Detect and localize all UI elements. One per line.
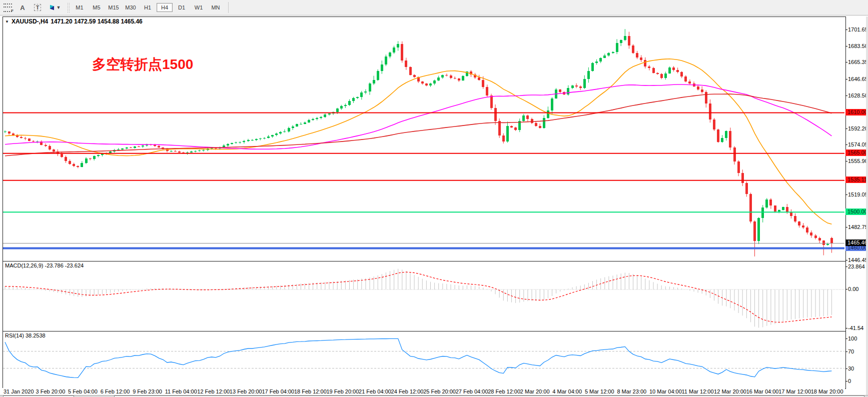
price-tick-mark xyxy=(845,227,847,228)
candlestick-chart[interactable] xyxy=(3,17,844,260)
time-axis-label: 2 Mar 20:00 xyxy=(520,388,550,394)
time-axis-label: 5 Feb 04:00 xyxy=(68,388,98,394)
price-tick-mark xyxy=(845,260,847,260)
macd-indicator-pane[interactable]: MACD(12,26,9) -23.786 -23.624 xyxy=(3,261,846,332)
chart-text-annotation[interactable]: 多空转折点1500 xyxy=(92,55,193,74)
time-axis-label: 18 Mar 20:00 xyxy=(811,388,843,394)
rsi-tick-label: 70 xyxy=(848,348,854,354)
chart-collapse-icon[interactable]: ▼ xyxy=(5,20,9,24)
rsi-tick-mark xyxy=(845,381,847,382)
text-box-tool-icon[interactable]: T xyxy=(31,2,44,13)
timeframe-button-w1[interactable]: W1 xyxy=(191,3,207,12)
timeframe-button-d1[interactable]: D1 xyxy=(174,3,190,12)
macd-label: MACD(12,26,9) -23.786 -23.624 xyxy=(5,262,84,268)
hline-price-flag[interactable]: 1535.11 xyxy=(845,176,868,183)
timeframe-button-m1[interactable]: M1 xyxy=(72,3,88,12)
fib-f-glyph: F xyxy=(11,8,14,13)
time-axis-label: 24 Feb 12:00 xyxy=(391,388,424,394)
time-axis-label: 11 Mar 12:00 xyxy=(682,388,714,394)
symbol-period-label: XAUUSD-,H4 xyxy=(12,18,48,25)
rsi-label: RSI(14) 38.2538 xyxy=(5,332,46,338)
price-tick-mark xyxy=(845,30,847,30)
time-axis-label: 17 Feb 04:00 xyxy=(262,388,294,394)
time-axis-label: 12 Feb 12:00 xyxy=(197,388,230,394)
price-tick-label: 1701.65 xyxy=(848,26,868,32)
toolbar: F A T ▼ M1M5M15M30H1H4D1W1MN xyxy=(0,0,868,16)
rsi-tick-label: 100 xyxy=(848,336,857,342)
text-label-tool-icon[interactable]: A xyxy=(16,2,29,13)
mt4-terminal: F A T ▼ M1M5M15M30H1H4D1W1MN ▼ XAUUSD-,H… xyxy=(0,0,868,397)
price-tick-mark xyxy=(845,161,847,162)
rsi-tick-mark xyxy=(845,368,847,369)
time-axis-label: 21 Feb 04:00 xyxy=(359,388,391,394)
timeframe-button-m5[interactable]: M5 xyxy=(89,3,105,12)
time-axis-label: 5 Mar 12:00 xyxy=(585,388,614,394)
time-axis-label: 31 Jan 2020 xyxy=(4,388,34,394)
time-axis[interactable]: 31 Jan 20203 Feb 20:005 Feb 04:006 Feb 1… xyxy=(3,388,845,394)
macd-tick-label: 23.864 xyxy=(848,264,865,270)
value-axis[interactable]: 1701.651683.501665.351646.651628.501592.… xyxy=(845,16,868,388)
right-edge-strip xyxy=(866,16,868,395)
price-tick-mark xyxy=(845,96,847,96)
macd-tick-mark xyxy=(845,328,847,328)
price-tick-label: 1574.05 xyxy=(848,142,868,148)
time-axis-label: 17 Mar 12:00 xyxy=(778,388,811,394)
hline-price-flag[interactable]: 1565.00 xyxy=(845,150,868,156)
timeframe-button-m30[interactable]: M30 xyxy=(123,3,139,12)
time-axis-label: 6 Feb 12:00 xyxy=(101,388,130,394)
ohlc-readout: 1471.20 1472.59 1454.88 1465.46 xyxy=(51,18,143,25)
time-axis-label: 19 Feb 20:00 xyxy=(327,388,359,394)
timeframe-button-m15[interactable]: M15 xyxy=(106,3,122,12)
toolbar-drag-handle[interactable] xyxy=(67,2,70,12)
timeframe-button-mn[interactable]: MN xyxy=(208,3,224,12)
hline-price-flag[interactable]: 1500.00 xyxy=(845,208,868,215)
macd-tick-label: 0.00 xyxy=(848,286,858,292)
time-axis-label: 16 Mar 04:00 xyxy=(746,388,779,394)
price-chart-pane[interactable]: ▼ XAUUSD-,H4 1471.20 1472.59 1454.88 146… xyxy=(3,16,846,262)
price-tick-label: 1646.65 xyxy=(848,76,868,82)
timeframe-button-h4[interactable]: H4 xyxy=(157,3,173,12)
hline-price-flag[interactable]: 1610.00 xyxy=(845,109,868,116)
price-tick-mark xyxy=(845,46,847,46)
price-tick-label: 1482.75 xyxy=(848,224,868,230)
price-tick-mark xyxy=(845,128,847,129)
macd-chart[interactable] xyxy=(3,262,844,330)
time-axis-label: 25 Feb 20:00 xyxy=(423,388,456,394)
price-tick-mark xyxy=(845,79,847,80)
macd-tick-label: -41.54 xyxy=(848,325,863,331)
rsi-tick-mark xyxy=(845,338,847,339)
time-axis-label: 4 Mar 04:00 xyxy=(552,388,582,394)
time-axis-label: 11 Feb 04:00 xyxy=(165,388,197,394)
price-tick-label: 1446.45 xyxy=(848,257,868,263)
price-tick-label: 1665.35 xyxy=(848,59,868,65)
time-axis-label: 9 Feb 23:00 xyxy=(133,388,162,394)
price-tick-label: 1555.90 xyxy=(848,158,868,164)
price-tick-label: 1519.05 xyxy=(848,192,868,198)
fib-lines-glyph xyxy=(4,4,12,12)
chevron-down-icon: ▼ xyxy=(57,5,61,10)
macd-tick-mark xyxy=(845,266,847,267)
fibonacci-tool-icon[interactable]: F xyxy=(1,2,14,13)
time-axis-label: 10 Mar 04:00 xyxy=(649,388,682,394)
arrows-glyph xyxy=(49,4,56,11)
price-tick-label: 1592.20 xyxy=(848,126,868,132)
rsi-tick-label: 0 xyxy=(848,378,851,384)
time-axis-label: 18 Feb 12:00 xyxy=(294,388,327,394)
rsi-chart[interactable] xyxy=(3,332,844,388)
timeframe-button-h1[interactable]: H1 xyxy=(140,3,156,12)
current-price-flag: 1465.46 xyxy=(845,240,868,246)
price-tick-label: 1628.50 xyxy=(848,92,868,98)
time-axis-label: 12 Mar 20:00 xyxy=(714,388,746,394)
time-axis-label: 28 Feb 12:00 xyxy=(488,388,520,394)
time-axis-label: 3 Feb 20:00 xyxy=(36,388,66,394)
rsi-tick-mark xyxy=(845,352,847,352)
price-tick-mark xyxy=(845,194,847,195)
time-axis-label: 8 Mar 23:00 xyxy=(617,388,646,394)
arrow-objects-tool-icon[interactable]: ▼ xyxy=(46,2,63,13)
macd-tick-mark xyxy=(845,289,847,290)
rsi-indicator-pane[interactable]: RSI(14) 38.2538 xyxy=(3,331,846,389)
time-axis-label: 27 Feb 04:00 xyxy=(456,388,488,394)
horizontal-scrollbar[interactable] xyxy=(0,395,868,397)
chart-title: ▼ XAUUSD-,H4 1471.20 1472.59 1454.88 146… xyxy=(5,18,143,25)
timeframe-button-group: M1M5M15M30H1H4D1W1MN xyxy=(71,3,224,12)
